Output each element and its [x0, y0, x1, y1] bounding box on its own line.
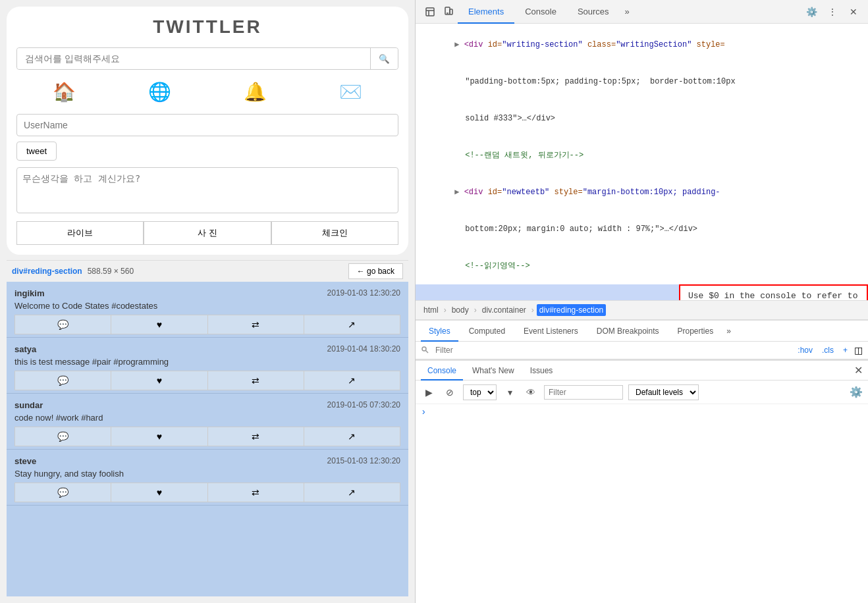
tweet-actions: 💬 ♥ ⇄ ↗: [14, 371, 400, 390]
retweet-button[interactable]: ⇄: [208, 371, 304, 390]
top-dropdown-icon[interactable]: ▾: [502, 384, 518, 400]
comment-button[interactable]: 💬: [15, 483, 111, 502]
like-button[interactable]: ♥: [111, 427, 207, 446]
devtools-toolbar: Elements Console Sources » ⚙️ ⋮ ✕: [416, 0, 868, 24]
tweet-item: satya 2019-01-04 18:30:20 this is test m…: [7, 338, 408, 394]
filter-cls[interactable]: .cls: [819, 344, 836, 356]
app-container: TWITTLER 🔍 🏠 🌐 🔔 ✉️ tweet 라이브 사 진 체크인: [7, 7, 408, 255]
tweet-item: ingikim 2019-01-03 12:30:20 Welcome to C…: [7, 282, 408, 338]
search-button[interactable]: 🔍: [370, 48, 398, 69]
filter-bar: :hov .cls + ◫: [416, 342, 868, 359]
retweet-button[interactable]: ⇄: [208, 315, 304, 334]
comment-button[interactable]: 💬: [15, 371, 111, 390]
breadcrumb-div-reding[interactable]: div#reding-section: [537, 304, 606, 316]
device-icon[interactable]: [439, 3, 458, 21]
console-tab-whatsnew[interactable]: What's New: [466, 361, 521, 380]
elements-panel: ▶ <div id="writing-section" class="writi…: [416, 24, 868, 300]
console-prompt[interactable]: ›: [421, 407, 426, 417]
left-panel: TWITTLER 🔍 🏠 🌐 🔔 ✉️ tweet 라이브 사 진 체크인 di…: [0, 0, 415, 603]
live-button[interactable]: 라이브: [16, 221, 144, 245]
console-tab-console[interactable]: Console: [421, 361, 463, 380]
console-tab-issues[interactable]: Issues: [524, 361, 560, 380]
settings-icon[interactable]: ⚙️: [802, 3, 821, 21]
filter-label: [421, 346, 429, 355]
checkin-button[interactable]: 체크인: [271, 221, 398, 245]
close-icon[interactable]: ✕: [844, 3, 863, 21]
tab-computed[interactable]: Computed: [461, 321, 513, 342]
inspect-icon[interactable]: [421, 3, 439, 21]
like-button[interactable]: ♥: [111, 371, 207, 390]
filter-input[interactable]: [435, 346, 791, 355]
more-options-icon[interactable]: ⋮: [823, 3, 842, 21]
bell-icon[interactable]: 🔔: [244, 81, 267, 103]
like-button[interactable]: ♥: [111, 483, 207, 502]
tweet-button[interactable]: tweet: [16, 142, 57, 161]
tweet-content: Welcome to Code States #codestates: [14, 301, 400, 311]
styles-tabs: Styles Computed Event Listeners DOM Brea…: [416, 321, 868, 342]
styles-tab-more[interactable]: »: [726, 327, 731, 336]
breadcrumb-body[interactable]: body: [449, 304, 472, 316]
html-line: "padding-bottom:5px; padding-top:5px; bo…: [416, 63, 868, 100]
home-icon[interactable]: 🏠: [53, 81, 76, 103]
app-title: TWITTLER: [16, 16, 398, 38]
tweet-header: steve 2015-01-03 12:30:20: [14, 456, 400, 466]
breadcrumb-div-container[interactable]: div.container: [479, 304, 529, 316]
tab-console[interactable]: Console: [514, 0, 567, 24]
action-buttons: 라이브 사 진 체크인: [16, 221, 398, 245]
username-input[interactable]: [16, 114, 398, 136]
share-button[interactable]: ↗: [304, 483, 400, 502]
selected-element-container: … ▼ <div id="reding-section" > == $0 Use…: [416, 284, 868, 300]
html-line: solid #333">…</div>: [416, 100, 868, 137]
breadcrumb-html[interactable]: html: [421, 304, 441, 316]
console-filter-input[interactable]: [544, 385, 623, 400]
tab-more[interactable]: »: [620, 0, 635, 24]
tweet-textarea[interactable]: [16, 167, 398, 213]
share-button[interactable]: ↗: [304, 371, 400, 390]
tweet-username: steve: [14, 456, 36, 466]
console-settings-button[interactable]: ⚙️: [850, 386, 863, 398]
tab-styles[interactable]: Styles: [421, 321, 458, 342]
filter-plus[interactable]: +: [840, 344, 850, 356]
comment-button[interactable]: 💬: [15, 315, 111, 334]
filter-hov[interactable]: :hov: [795, 344, 815, 356]
comment-button[interactable]: 💬: [15, 427, 111, 446]
tweet-header: satya 2019-01-04 18:30:20: [14, 344, 400, 354]
retweet-button[interactable]: ⇄: [208, 483, 304, 502]
tweet-header: ingikim 2019-01-03 12:30:20: [14, 288, 400, 298]
tweet-item: sundar 2019-01-05 07:30:20 code now! #wo…: [7, 394, 408, 450]
tab-sources[interactable]: Sources: [567, 0, 620, 24]
go-back-button[interactable]: ← go back: [348, 263, 403, 279]
tweet-actions: 💬 ♥ ⇄ ↗: [14, 483, 400, 502]
console-run-icon[interactable]: ▶: [421, 384, 437, 400]
console-close-button[interactable]: ✕: [854, 364, 863, 377]
element-tag-label: div#reding-section 588.59 × 560: [12, 267, 134, 276]
tooltip-text: Use $0 in the console to refer to this e…: [679, 284, 868, 300]
share-button[interactable]: ↗: [304, 427, 400, 446]
console-stop-icon[interactable]: ⊘: [442, 384, 458, 400]
breadcrumb-bar: html › body › div.container › div#reding…: [416, 300, 868, 320]
search-input[interactable]: [17, 48, 370, 69]
tweet-username: satya: [14, 344, 36, 354]
eye-icon[interactable]: 👁: [523, 384, 539, 400]
default-levels-select[interactable]: Default levels: [628, 384, 699, 400]
top-select[interactable]: top: [463, 384, 497, 400]
photo-button[interactable]: 사 진: [144, 221, 271, 245]
html-line[interactable]: ▶ <div id="newteetb" style="margin-botto…: [416, 174, 868, 211]
tab-properties[interactable]: Properties: [669, 321, 721, 342]
svg-rect-0: [426, 8, 434, 16]
tab-event-listeners[interactable]: Event Listeners: [516, 321, 586, 342]
tweet-content: code now! #work #hard: [14, 413, 400, 423]
html-line[interactable]: ▶ <div id="writing-section" class="writi…: [416, 26, 868, 63]
retweet-button[interactable]: ⇄: [208, 427, 304, 446]
search-bar: 🔍: [16, 47, 398, 70]
like-button[interactable]: ♥: [111, 315, 207, 334]
tab-elements[interactable]: Elements: [458, 0, 514, 24]
breadcrumb-sep: ›: [444, 305, 447, 315]
tab-dom-breakpoints[interactable]: DOM Breakpoints: [589, 321, 667, 342]
mail-icon[interactable]: ✉️: [339, 81, 362, 103]
share-button[interactable]: ↗: [304, 315, 400, 334]
tweet-username: sundar: [14, 400, 43, 410]
filter-sidebar-icon[interactable]: ◫: [854, 345, 863, 355]
globe-icon[interactable]: 🌐: [148, 81, 171, 103]
breadcrumb-sep3: ›: [531, 305, 534, 315]
